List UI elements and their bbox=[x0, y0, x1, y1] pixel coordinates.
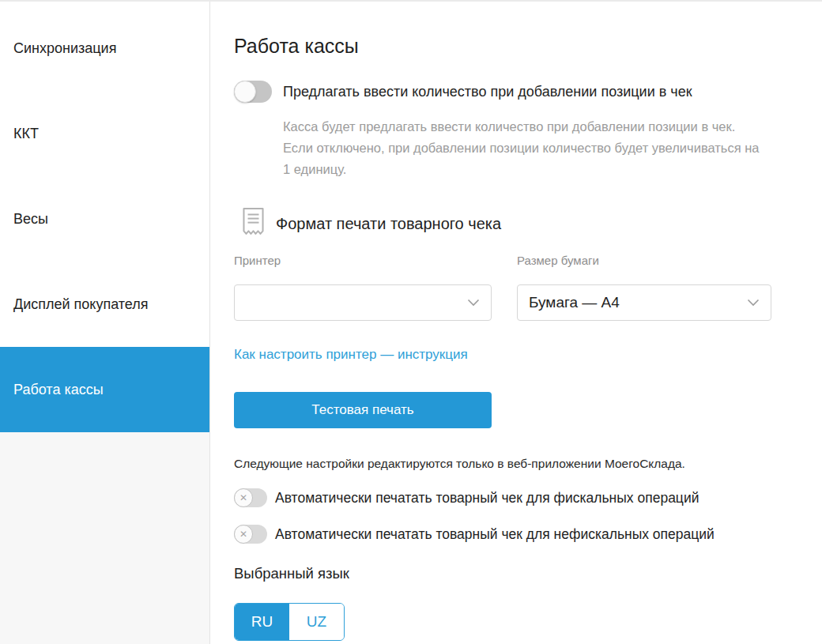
auto-print-fiscal-toggle-label: Автоматически печатать товарный чек для … bbox=[275, 490, 699, 507]
toggle-knob bbox=[234, 81, 256, 103]
printer-field: Принтер bbox=[234, 254, 492, 321]
sidebar-item-label: Синхронизация bbox=[13, 40, 116, 57]
language-label: Выбранный язык bbox=[234, 565, 806, 582]
sidebar-filler bbox=[0, 432, 209, 644]
quantity-toggle-description: Касса будет предлагать ввести количество… bbox=[283, 116, 761, 180]
page-title: Работа кассы bbox=[234, 33, 806, 58]
printer-setup-help-link[interactable]: Как настроить принтер — инструкция bbox=[234, 347, 468, 363]
paper-size-select[interactable]: Бумага — A4 bbox=[517, 284, 771, 321]
sidebar-item-label: Весы bbox=[13, 211, 48, 228]
auto-print-nonfiscal-toggle: ✕ bbox=[234, 525, 267, 544]
quantity-toggle-label: Предлагать ввести количество при добавле… bbox=[283, 84, 692, 100]
sidebar-item-kkt[interactable]: ККТ bbox=[0, 91, 209, 176]
sidebar-item-label: ККТ bbox=[13, 126, 39, 142]
printer-field-label: Принтер bbox=[234, 254, 492, 267]
paper-size-field-label: Размер бумаги bbox=[517, 254, 771, 267]
auto-print-fiscal-toggle: ✕ bbox=[234, 488, 267, 507]
quantity-toggle-row: Предлагать ввести количество при добавле… bbox=[234, 81, 806, 103]
test-print-button[interactable]: Тестовая печать bbox=[234, 392, 492, 428]
language-option-ru[interactable]: RU bbox=[235, 604, 289, 640]
printer-form-row: Принтер Размер бумаги Бумага — A4 bbox=[234, 254, 806, 321]
auto-print-fiscal-toggle-row: ✕ Автоматически печатать товарный чек дл… bbox=[234, 488, 806, 507]
receipt-icon bbox=[241, 207, 266, 240]
auto-print-nonfiscal-toggle-row: ✕ Автоматически печатать товарный чек дл… bbox=[234, 525, 806, 544]
toggle-cross-icon: ✕ bbox=[234, 525, 253, 544]
chevron-down-icon bbox=[747, 296, 760, 310]
settings-sidebar: Синхронизация ККТ Весы Дисплей покупател… bbox=[0, 2, 210, 644]
language-option-uz[interactable]: UZ bbox=[289, 604, 344, 640]
quantity-toggle[interactable] bbox=[234, 81, 272, 103]
print-format-section-title: Формат печати товарного чека bbox=[276, 215, 501, 233]
chevron-down-icon bbox=[467, 296, 480, 310]
toggle-cross-icon: ✕ bbox=[234, 488, 253, 507]
language-switcher: RU UZ bbox=[234, 603, 345, 641]
auto-print-nonfiscal-toggle-label: Автоматически печатать товарный чек для … bbox=[275, 526, 715, 543]
sidebar-item-label: Дисплей покупателя bbox=[13, 296, 148, 313]
app-window: Синхронизация ККТ Весы Дисплей покупател… bbox=[0, 0, 822, 644]
sidebar-item-cash-register[interactable]: Работа кассы bbox=[0, 347, 209, 432]
sidebar-item-customer-display[interactable]: Дисплей покупателя bbox=[0, 262, 209, 347]
paper-size-select-value: Бумага — A4 bbox=[529, 294, 741, 311]
settings-content: Работа кассы Предлагать ввести количеств… bbox=[210, 2, 822, 644]
print-format-section-header: Формат печати товарного чека bbox=[234, 207, 806, 240]
paper-size-field: Размер бумаги Бумага — A4 bbox=[517, 254, 771, 321]
sidebar-item-scales[interactable]: Весы bbox=[0, 176, 209, 262]
sidebar-item-sync[interactable]: Синхронизация bbox=[0, 6, 209, 91]
web-only-note: Следующие настройки редактируются только… bbox=[234, 457, 806, 471]
printer-select[interactable] bbox=[234, 284, 492, 321]
sidebar-item-label: Работа кассы bbox=[13, 382, 104, 398]
